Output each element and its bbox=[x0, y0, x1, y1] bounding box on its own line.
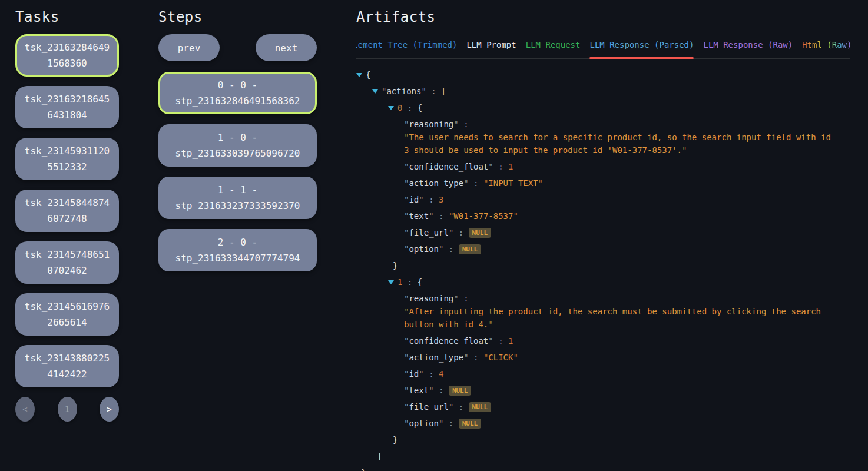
artifact-tabs: Element Tree (Trimmed)LLM PromptLLM Requ… bbox=[356, 39, 850, 59]
json-key: confidence_float bbox=[409, 336, 488, 346]
json-row: { bbox=[356, 68, 835, 81]
json-children: "reasoning" : "The user needs to search … bbox=[392, 118, 835, 256]
tasks-title: Tasks bbox=[15, 8, 119, 26]
json-key: text bbox=[409, 211, 429, 221]
pagination-page-button[interactable]: 1 bbox=[58, 397, 77, 422]
json-row: "id" : 3 bbox=[404, 193, 835, 206]
pagination-prev-button[interactable]: < bbox=[15, 397, 35, 422]
json-row: "file_url" : NULL bbox=[404, 400, 835, 413]
pagination: < 1 > bbox=[15, 397, 119, 422]
step-item[interactable]: 1 - 1 - stp_231633237333592370 bbox=[158, 177, 317, 219]
json-key: confidence_float bbox=[409, 162, 488, 171]
json-key: option bbox=[409, 419, 439, 428]
json-children: "actions" : [0 : {"reasoning" : "The use… bbox=[360, 85, 835, 463]
json-number-value: 4 bbox=[439, 369, 443, 379]
null-badge: NULL bbox=[459, 244, 482, 254]
json-string-value: The user needs to search for a specific … bbox=[404, 132, 831, 155]
json-row: "id" : 4 bbox=[404, 367, 835, 380]
json-string-value: CLICK bbox=[488, 353, 513, 362]
json-string-value: "After inputting the product id, the sea… bbox=[404, 305, 835, 331]
json-row: 0 : { bbox=[388, 101, 835, 114]
json-key: file_url bbox=[409, 228, 448, 237]
task-item[interactable]: tsk_231458448746072748 bbox=[15, 190, 119, 232]
step-nav: prev next bbox=[158, 34, 317, 61]
json-row: } bbox=[356, 466, 835, 471]
json-row: "actions" : [ bbox=[372, 85, 835, 98]
json-number-value: 1 bbox=[508, 336, 513, 346]
json-key: file_url bbox=[409, 402, 448, 412]
task-list: tsk_231632846491568360tsk_23163218645643… bbox=[15, 34, 119, 387]
json-key: reasoning bbox=[409, 120, 453, 129]
tab-element-tree-trimmed-clipped[interactable]: Element Tree (Trimmed) bbox=[356, 39, 457, 51]
json-row: } bbox=[388, 433, 835, 446]
json-key: action_type bbox=[409, 353, 463, 362]
task-item[interactable]: tsk_231632846491568360 bbox=[15, 34, 119, 77]
task-item[interactable]: tsk_231438802254142422 bbox=[15, 345, 119, 387]
json-row: "confidence_float" : 1 bbox=[404, 160, 835, 173]
tab-llm-prompt[interactable]: LLM Prompt bbox=[466, 39, 516, 51]
json-row: "action_type" : "INPUT_TEXT" bbox=[404, 177, 835, 190]
step-item[interactable]: 2 - 0 - stp_231633344707774794 bbox=[158, 229, 317, 271]
tab-llm-request[interactable]: LLM Request bbox=[526, 39, 581, 51]
json-key: id bbox=[409, 369, 419, 379]
tab-llm-response-raw[interactable]: LLM Response (Raw) bbox=[703, 39, 793, 51]
task-item[interactable]: tsk_231632186456431804 bbox=[15, 86, 119, 128]
step-list: 0 - 0 - stp_2316328464915683621 - 0 - st… bbox=[158, 72, 317, 271]
null-badge: NULL bbox=[469, 228, 492, 238]
next-step-button[interactable]: next bbox=[256, 34, 317, 61]
json-row: "reasoning" : "After inputting the produ… bbox=[404, 292, 835, 331]
json-key: actions bbox=[386, 87, 421, 96]
artifacts-panel: Artifacts Element Tree (Trimmed)LLM Prom… bbox=[356, 0, 850, 471]
json-string-value: INPUT_TEXT bbox=[488, 178, 538, 188]
collapse-arrow-icon[interactable] bbox=[388, 280, 394, 284]
null-badge: NULL bbox=[459, 419, 482, 429]
json-key: id bbox=[409, 195, 419, 204]
json-row: 1 : { bbox=[388, 276, 835, 288]
prev-step-button[interactable]: prev bbox=[158, 34, 220, 61]
tab-html-raw[interactable]: Html (Raw) bbox=[802, 39, 850, 51]
json-row: "text" : NULL bbox=[404, 384, 835, 397]
json-children: "reasoning" : "After inputting the produ… bbox=[392, 292, 835, 430]
json-row: "text" : "W01-377-8537" bbox=[404, 210, 835, 223]
json-string-value: After inputting the product id, the sear… bbox=[404, 307, 821, 329]
artifacts-title: Artifacts bbox=[356, 8, 850, 26]
task-item[interactable]: tsk_231457486510702462 bbox=[15, 241, 119, 284]
collapse-arrow-icon[interactable] bbox=[388, 106, 394, 110]
json-tree-view: {"actions" : [0 : {"reasoning" : "The us… bbox=[356, 68, 850, 471]
json-row: "confidence_float" : 1 bbox=[404, 334, 835, 347]
pagination-next-button[interactable]: > bbox=[100, 397, 119, 422]
json-string-value: "The user needs to search for a specific… bbox=[404, 131, 835, 157]
task-item[interactable]: tsk_231456169762665614 bbox=[15, 293, 119, 336]
json-row: "reasoning" : "The user needs to search … bbox=[404, 118, 835, 157]
step-item[interactable]: 1 - 0 - stp_231633039765096720 bbox=[158, 124, 317, 167]
json-row: ] bbox=[372, 450, 835, 463]
null-badge: NULL bbox=[449, 386, 472, 396]
json-key: reasoning bbox=[409, 294, 453, 303]
tab-llm-response-parsed[interactable]: LLM Response (Parsed) bbox=[589, 39, 694, 51]
collapse-arrow-icon[interactable] bbox=[356, 73, 362, 77]
app-root: Tasks tsk_231632846491568360tsk_23163218… bbox=[0, 0, 868, 471]
json-row: "action_type" : "CLICK" bbox=[404, 351, 835, 364]
steps-title: Steps bbox=[158, 8, 317, 26]
json-children: 0 : {"reasoning" : "The user needs to se… bbox=[376, 101, 835, 446]
json-key: text bbox=[409, 386, 429, 395]
json-key: action_type bbox=[409, 178, 463, 188]
json-key: option bbox=[409, 244, 439, 254]
json-row: "option" : NULL bbox=[404, 243, 835, 256]
json-row: "file_url" : NULL bbox=[404, 226, 835, 239]
null-badge: NULL bbox=[469, 402, 492, 412]
tasks-panel: Tasks tsk_231632846491568360tsk_23163218… bbox=[15, 0, 119, 471]
steps-panel: Steps prev next 0 - 0 - stp_231632846491… bbox=[158, 0, 317, 471]
artifact-tabstrip: Element Tree (Trimmed)LLM PromptLLM Requ… bbox=[356, 39, 850, 59]
task-item[interactable]: tsk_231459311205512332 bbox=[15, 138, 119, 180]
json-row: "option" : NULL bbox=[404, 417, 835, 430]
collapse-arrow-icon[interactable] bbox=[372, 89, 378, 94]
step-item[interactable]: 0 - 0 - stp_231632846491568362 bbox=[158, 72, 317, 114]
json-number-value: 1 bbox=[508, 162, 513, 171]
json-string-value: W01-377-8537 bbox=[453, 211, 513, 221]
json-row: } bbox=[388, 259, 835, 272]
json-number-value: 3 bbox=[439, 195, 443, 204]
